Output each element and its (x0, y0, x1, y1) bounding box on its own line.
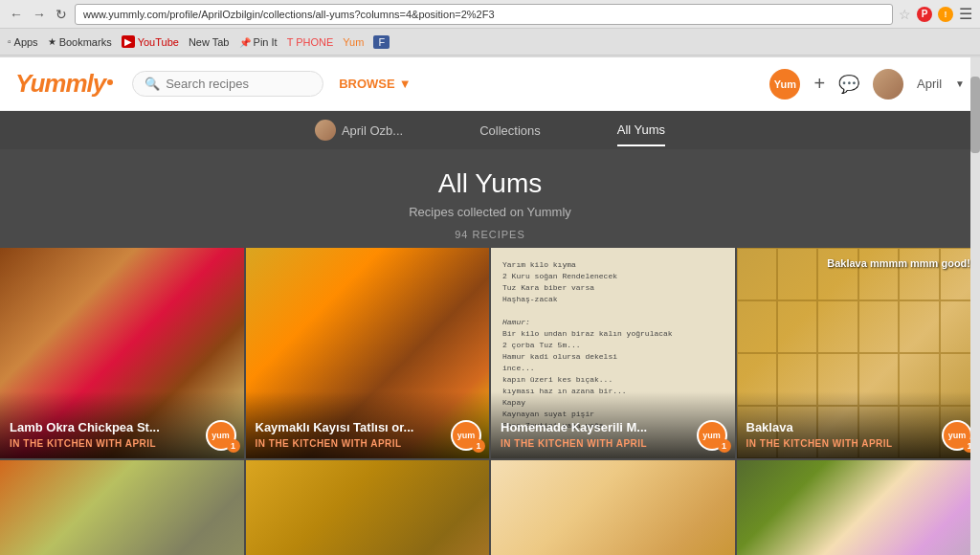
menu-icon[interactable]: ☰ (959, 5, 972, 23)
pinit-bookmark[interactable]: 📌 Pin It (239, 36, 278, 48)
profile-nav: April Ozb... Collections All Yums (0, 111, 980, 149)
recipe-collection-3: IN THE KITCHEN WITH APRIL (501, 438, 725, 449)
app: Yummly 🔍 BROWSE ▼ Yum + 💬 April ▼ (0, 57, 980, 555)
scrollbar[interactable] (970, 57, 980, 555)
recipe-card-3[interactable]: Yarım kilo kıyma2 Kuru soğan Rendelenece… (491, 248, 735, 458)
logo-dot (107, 79, 113, 85)
page-title: All Yums (0, 168, 980, 199)
recipes-count: 94 RECIPES (0, 229, 980, 240)
recipe-card-5[interactable] (0, 460, 244, 555)
url-text: www.yummly.com/profile/AprilOzbilgin/col… (83, 9, 495, 20)
avatar[interactable] (873, 69, 903, 100)
nav-profile-label: April Ozb... (342, 123, 403, 138)
search-input[interactable] (166, 77, 300, 91)
recipe-card-4[interactable]: Baklava mmmm mmm good! Baklava IN THE KI… (737, 248, 981, 458)
browse-chevron-icon: ▼ (399, 77, 412, 91)
recipe-top-text-4: Baklava mmmm mmm good! (827, 257, 970, 269)
yum-button[interactable]: Yum (769, 69, 800, 100)
scrollbar-thumb[interactable] (970, 77, 980, 153)
star-icon[interactable]: ☆ (899, 7, 911, 22)
logo-text: Yummly (15, 69, 105, 99)
yum-count-1: 1 (227, 439, 240, 453)
youtube-bookmark[interactable]: ▶ YouTube (122, 35, 179, 48)
apps-bookmark[interactable]: ▫ Apps (8, 36, 38, 48)
header: Yummly 🔍 BROWSE ▼ Yum + 💬 April ▼ (0, 57, 980, 111)
recipe-overlay-1: Lamb Okra Chickpea St... IN THE KITCHEN … (0, 391, 244, 458)
recipe-card-2[interactable]: Kaymaklı Kayısı Tatlısı or... IN THE KIT… (246, 248, 490, 458)
nav-collections-label: Collections (479, 123, 541, 138)
recipe-collection-4: IN THE KITCHEN WITH APRIL (746, 438, 971, 449)
yum-count-3: 1 (718, 439, 731, 453)
recipe-overlay-2: Kaymaklı Kayısı Tatlısı or... IN THE KIT… (246, 391, 490, 458)
page-content: All Yums Recipes collected on Yummly 94 … (0, 149, 980, 248)
yum-bookmark[interactable]: Yum (343, 36, 364, 48)
recipe-title-1: Lamb Okra Chickpea St... (10, 420, 234, 434)
pinterest-icon[interactable]: P (917, 7, 932, 22)
recipe-card-7[interactable] (491, 460, 735, 555)
browser-topbar: ← → ↻ www.yummly.com/profile/AprilOzbilg… (0, 0, 980, 29)
recipe-overlay-3: Homemade Kayserili M... IN THE KITCHEN W… (491, 391, 735, 458)
newtab-bookmark[interactable]: New Tab (189, 36, 230, 48)
recipe-title-3: Homemade Kayserili M... (501, 420, 725, 434)
browse-button[interactable]: BROWSE ▼ (339, 77, 411, 91)
add-button[interactable]: + (813, 73, 825, 95)
recipe-card-8[interactable] (737, 460, 981, 555)
browse-label: BROWSE (339, 77, 395, 91)
logo[interactable]: Yummly (15, 69, 113, 99)
chat-icon[interactable]: 💬 (838, 74, 859, 95)
phone-bookmark[interactable]: T PHONE (287, 36, 334, 48)
nav-item-collections[interactable]: Collections (479, 116, 541, 145)
browser-chrome: ← → ↻ www.yummly.com/profile/AprilOzbilg… (0, 0, 980, 57)
recipe-card-1[interactable]: Lamb Okra Chickpea St... IN THE KITCHEN … (0, 248, 244, 458)
recipe-overlay-4: Baklava IN THE KITCHEN WITH APRIL (737, 391, 981, 458)
nav-allyums-label: All Yums (617, 122, 665, 137)
fb-bookmark[interactable]: F (373, 35, 390, 49)
nav-item-profile[interactable]: April Ozb... (315, 112, 403, 148)
browser-icons: ☆ P ! ☰ (899, 5, 972, 23)
yum-label: Yum (774, 78, 796, 90)
user-name[interactable]: April (917, 77, 942, 91)
bookmarks-bar: ▫ Apps ★ Bookmarks ▶ YouTube New Tab 📌 P… (0, 29, 980, 56)
header-right: Yum + 💬 April ▼ (769, 69, 965, 100)
recipe-title-4: Baklava (746, 420, 971, 434)
recipe-card-6[interactable] (246, 460, 490, 555)
recipes-grid: Lamb Okra Chickpea St... IN THE KITCHEN … (0, 248, 980, 555)
forward-button[interactable]: → (31, 7, 48, 22)
nav-item-allyums[interactable]: All Yums (617, 115, 665, 146)
url-bar[interactable]: www.yummly.com/profile/AprilOzbilgin/col… (75, 4, 893, 25)
search-icon: 🔍 (145, 77, 160, 91)
recipe-collection-1: IN THE KITCHEN WITH APRIL (10, 438, 234, 449)
back-button[interactable]: ← (8, 7, 25, 22)
recipe-collection-2: IN THE KITCHEN WITH APRIL (256, 438, 480, 449)
search-box[interactable]: 🔍 (132, 71, 323, 97)
recipe-title-2: Kaymaklı Kayısı Tatlısı or... (256, 420, 480, 434)
user-chevron-icon: ▼ (955, 78, 965, 89)
bookmarks-bookmark[interactable]: ★ Bookmarks (48, 36, 112, 48)
page-subtitle: Recipes collected on Yummly (0, 205, 980, 219)
nav-avatar (315, 120, 336, 141)
yum-count-2: 1 (472, 439, 485, 453)
refresh-button[interactable]: ↻ (54, 7, 69, 22)
extension-icon[interactable]: ! (938, 7, 953, 22)
